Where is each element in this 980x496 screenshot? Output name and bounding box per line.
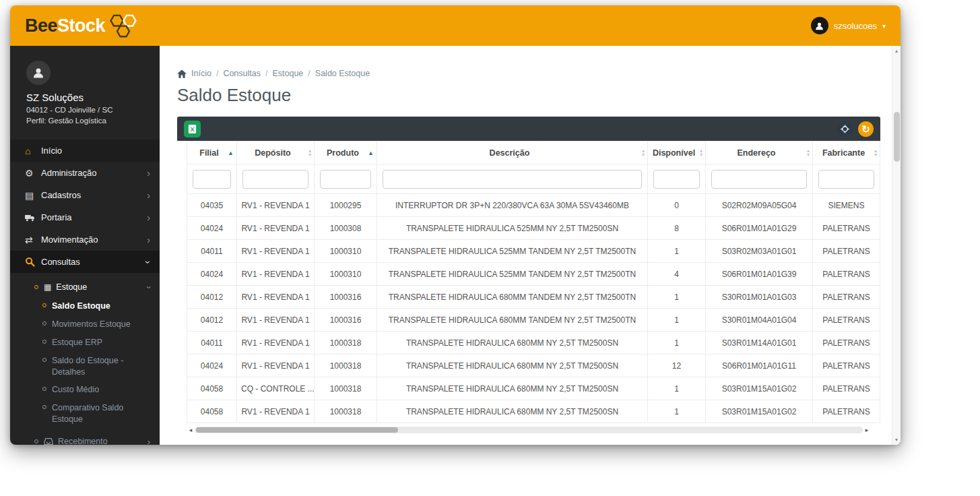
crosshair-button[interactable] — [837, 121, 853, 137]
profile-avatar-icon — [26, 61, 51, 85]
sidebar-item-administracao[interactable]: ⚙ Administração › — [10, 162, 160, 184]
filter-cell — [377, 164, 648, 194]
cell-disponivel: 1 — [648, 240, 706, 263]
cell-produto: 1000318 — [315, 354, 377, 377]
user-menu[interactable]: szsolucoes ▾ — [811, 17, 886, 34]
filter-disponivel-input[interactable] — [653, 170, 700, 189]
submenu-item-saldo-estoque[interactable]: Saldo Estoque — [10, 297, 160, 315]
submenu-item-saldo-estoque-detalhes[interactable]: Saldo do Estoque - Detalhes — [10, 352, 160, 381]
table-row[interactable]: 04012 RV1 - REVENDA 1 1000316 TRANSPALET… — [187, 309, 880, 332]
submenu-item-label: Saldo Estoque — [52, 301, 110, 312]
bullet-icon — [42, 358, 46, 362]
cell-endereco: S03R02M03A01G01 — [706, 240, 813, 263]
bullet-icon — [42, 303, 46, 307]
breadcrumb-estoque[interactable]: Estoque — [272, 69, 303, 78]
submenu-item-movimentos-estoque[interactable]: Movimentos Estoque — [10, 315, 160, 334]
scroll-down-icon[interactable]: ▾ — [892, 437, 901, 443]
scrollbar-thumb[interactable] — [894, 112, 900, 162]
table-row[interactable]: 04012 RV1 - REVENDA 1 1000316 TRANSPALET… — [187, 286, 880, 309]
table-body: 04035 RV1 - REVENDA 1 1000295 INTERRUPTO… — [187, 194, 880, 423]
sort-asc-icon: ▲ — [228, 150, 234, 156]
cell-descricao: TRANSPALETE HIDRAULICA 680MM NY 2,5T TM2… — [377, 332, 648, 354]
breadcrumb-separator: / — [308, 69, 310, 78]
consultas-submenu: ▦ Estoque › Saldo Estoque Movimentos Est… — [10, 273, 160, 445]
page-title: Saldo Estoque — [177, 85, 901, 106]
truck-icon — [25, 214, 41, 222]
submenu-item-estoque-erp[interactable]: Estoque ERP — [10, 334, 160, 352]
cell-disponivel: 12 — [648, 354, 706, 377]
cell-endereco: S30R01M04A01G04 — [706, 309, 813, 332]
cell-deposito: RV1 - REVENDA 1 — [237, 194, 315, 217]
table-row[interactable]: 04024 RV1 - REVENDA 1 1000308 TRANSPALET… — [187, 217, 880, 240]
column-header-fabricante[interactable]: Fabricante▴▾ — [813, 142, 880, 164]
column-header-deposito[interactable]: Depósito▴▾ — [237, 142, 315, 164]
app-window: BeeStock szsolucoes ▾ SZ — [10, 5, 901, 445]
transfer-arrows-icon: ⇄ — [25, 235, 41, 245]
vertical-scrollbar[interactable]: ▴ ▾ — [892, 46, 901, 445]
sidebar-item-movimentacao[interactable]: ⇄ Movimentação › — [10, 228, 160, 251]
submenu-item-comparativo-saldo-estoque[interactable]: Comparativo Saldo Estoque — [10, 399, 160, 429]
sort-both-icon: ▴▾ — [308, 149, 311, 157]
column-header-disponivel[interactable]: Disponível▴▾ — [648, 142, 706, 164]
breadcrumb-current: Saldo Estoque — [315, 69, 370, 78]
filter-cell — [237, 164, 315, 194]
cell-deposito: RV1 - REVENDA 1 — [237, 240, 315, 263]
submenu-group-label: Recebimento — [58, 437, 148, 445]
filter-deposito-input[interactable] — [242, 170, 308, 189]
scrollbar-thumb[interactable] — [196, 427, 398, 433]
cell-deposito: RV1 - REVENDA 1 — [237, 309, 315, 332]
scrollbar-track[interactable] — [195, 427, 863, 433]
column-header-endereco[interactable]: Endereço▴▾ — [706, 142, 813, 164]
cell-endereco: S03R01M14A01G01 — [706, 332, 813, 354]
table-row[interactable]: 04011 RV1 - REVENDA 1 1000310 TRANSPALET… — [187, 240, 880, 263]
chevron-right-icon: › — [147, 190, 150, 201]
scroll-right-icon[interactable]: ▸ — [863, 427, 871, 433]
table-row[interactable]: 04011 RV1 - REVENDA 1 1000318 TRANSPALET… — [187, 332, 880, 354]
scroll-left-icon[interactable]: ◂ — [187, 427, 195, 433]
filter-descricao-input[interactable] — [383, 170, 642, 189]
cell-descricao: TRANSPALETE HIDRAULICA 525MM NY 2,5T TM2… — [377, 217, 648, 240]
bullet-icon — [42, 405, 46, 409]
filter-endereco-input[interactable] — [711, 170, 807, 189]
scroll-up-icon[interactable]: ▴ — [892, 48, 901, 54]
table-row[interactable]: 04035 RV1 - REVENDA 1 1000295 INTERRUPTO… — [187, 194, 880, 217]
cell-disponivel: 1 — [648, 286, 706, 309]
sidebar-item-cadastros[interactable]: ▤ Cadastros › — [10, 184, 160, 206]
table-row[interactable]: 04024 RV1 - REVENDA 1 1000318 TRANSPALET… — [187, 354, 880, 377]
sidebar-item-portaria[interactable]: Portaria › — [10, 206, 160, 228]
column-header-filial[interactable]: Filial▲ — [187, 142, 237, 164]
cell-descricao: TRANSPALETE HIDRAULICA 525MM TANDEM NY 2… — [377, 263, 648, 286]
table-row[interactable]: 04024 RV1 - REVENDA 1 1000310 TRANSPALET… — [187, 263, 880, 286]
user-menu-label: szsolucoes — [834, 21, 877, 31]
sort-asc-icon: ▲ — [368, 150, 374, 156]
excel-icon: X — [187, 124, 197, 134]
submenu-group-recebimento[interactable]: Recebimento › — [10, 431, 160, 445]
submenu-item-custo-medio[interactable]: Custo Médio — [10, 381, 160, 399]
stock-balance-table: Filial▲ Depósito▴▾ Produto▲ Descrição▴▾ … — [187, 141, 880, 423]
cell-descricao: TRANSPALETE HIDRAULICA 680MM NY 2,5T TM2… — [377, 400, 648, 423]
excel-export-button[interactable]: X — [184, 121, 201, 137]
table-row[interactable]: 04058 CQ - CONTROLE ... 1000318 TRANSPAL… — [187, 377, 880, 400]
submenu-group-estoque[interactable]: ▦ Estoque › — [10, 277, 160, 297]
chevron-down-icon: ▾ — [882, 22, 886, 30]
column-header-descricao[interactable]: Descrição▴▾ — [377, 142, 648, 164]
filter-produto-input[interactable] — [320, 170, 371, 189]
column-header-produto[interactable]: Produto▲ — [315, 142, 377, 164]
sidebar-item-consultas[interactable]: Consultas › — [10, 251, 160, 273]
gear-icon: ⚙ — [25, 168, 41, 179]
table-row[interactable]: 04058 RV1 - REVENDA 1 1000318 TRANSPALET… — [187, 400, 880, 423]
brand-bee: Bee — [25, 16, 57, 36]
chevron-right-icon: › — [147, 212, 150, 223]
cell-endereco: S02R02M09A05G04 — [706, 194, 813, 217]
filter-filial-input[interactable] — [193, 170, 231, 189]
refresh-button[interactable]: ↻ — [858, 121, 874, 137]
submenu-item-label: Custo Médio — [52, 384, 99, 396]
cell-deposito: RV1 - REVENDA 1 — [237, 263, 315, 286]
sidebar-item-inicio[interactable]: ⌂ Início — [10, 140, 160, 162]
horizontal-scrollbar[interactable]: ◂ ▸ — [187, 425, 871, 434]
profile-site: 04012 - CD Joinville / SC — [26, 106, 143, 114]
breadcrumb-inicio[interactable]: Início — [191, 69, 211, 78]
filter-fabricante-input[interactable] — [818, 170, 874, 189]
breadcrumb-consultas[interactable]: Consultas — [223, 69, 261, 78]
submenu-item-label: Estoque ERP — [52, 337, 102, 348]
